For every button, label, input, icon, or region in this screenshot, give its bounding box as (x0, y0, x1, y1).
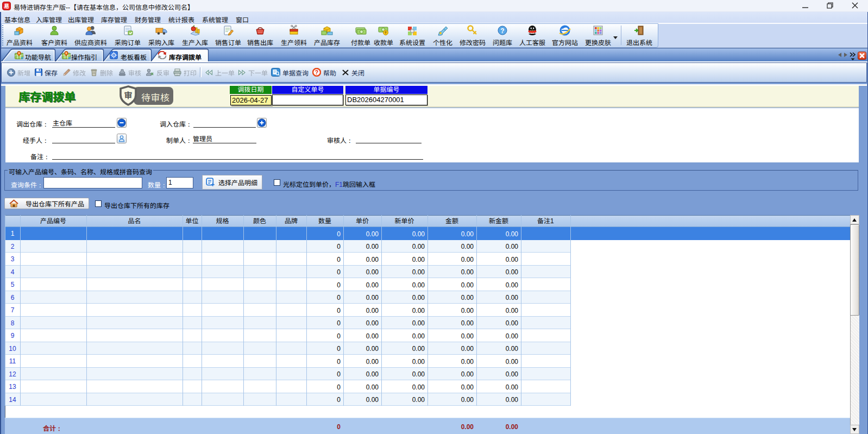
svg-text:审: 审 (124, 89, 132, 100)
svg-text:?: ? (500, 27, 504, 35)
svg-text:?: ? (315, 69, 318, 76)
